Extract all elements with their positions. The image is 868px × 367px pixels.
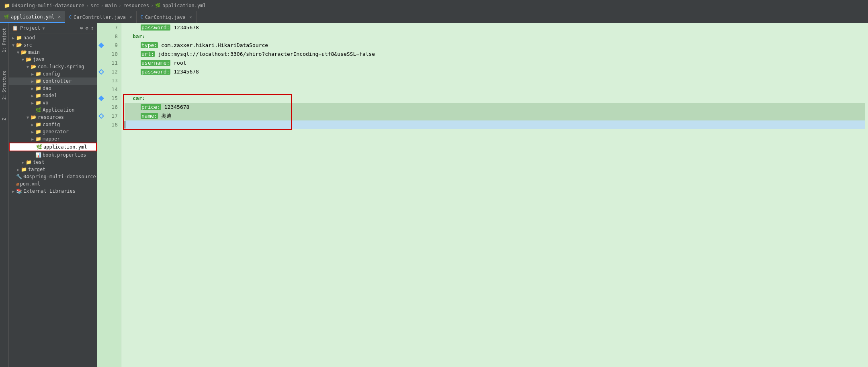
tree-item-config[interactable]: ▶ 📁 config (9, 70, 97, 77)
tree-label-external-libraries: External Libraries (23, 188, 76, 194)
tree-item-vo[interactable]: ▶ 📁 vo (9, 99, 97, 106)
editor-content[interactable]: 7 8 9 10 11 12 13 14 15 16 17 18 (97, 23, 868, 367)
folder-icon-generator: 📁 (35, 129, 41, 135)
code-area[interactable]: password: 12345678 bar: (121, 23, 868, 367)
tab-car-controller[interactable]: C CarController.java ✕ (65, 11, 137, 23)
yaml-key-username: username: (141, 60, 170, 66)
tree-item-main[interactable]: ▼ 📂 main (9, 49, 97, 56)
tab-car-config[interactable]: C CarConfig.java ✕ (137, 11, 197, 23)
linenum-11: 11 (108, 59, 118, 67)
tab-car-config-label: CarConfig.java (145, 14, 186, 20)
tree-item-generator[interactable]: ▶ 📁 generator (9, 128, 97, 135)
line-numbers: 7 8 9 10 11 12 13 14 15 16 17 18 (105, 23, 121, 367)
tree-item-iml[interactable]: 🔧 04spring-multi-datasource.iml (9, 173, 97, 180)
tree-item-test[interactable]: ▶ 📁 test (9, 159, 97, 166)
folder-icon-mapper: 📁 (35, 136, 41, 142)
tree-item-src[interactable]: ▼ 📂 src (9, 41, 97, 49)
tree-item-resources[interactable]: ▼ 📂 resources (9, 114, 97, 121)
left-tab-structure[interactable]: 2: Structure (1, 68, 7, 102)
tab-car-controller-close[interactable]: ✕ (129, 14, 132, 20)
code-line-16: price: 12345678 (125, 103, 865, 112)
folder-icon-src: 📂 (16, 42, 22, 48)
gutter-12[interactable] (97, 67, 105, 76)
gutter-17[interactable] (97, 112, 105, 120)
tree-label-dao: dao (43, 86, 51, 91)
linenum-7: 7 (108, 23, 118, 32)
bc-project[interactable]: 04spring-multi-datasource (12, 3, 84, 8)
tree-item-application-yml[interactable]: ▶ 🌿 application.yml (9, 143, 97, 151)
arrow-java: ▼ (20, 57, 26, 62)
gutter-16 (97, 103, 105, 112)
tree-item-external-libraries[interactable]: ▶ 📚 External Libraries (9, 188, 97, 195)
yaml-key-type: type: (141, 42, 158, 48)
yaml-key-price: price: (141, 104, 161, 110)
tree-item-dao[interactable]: ▶ 📁 dao (9, 85, 97, 92)
yaml-val-url: jdbc:mysql://localhost:3306/shiro?charac… (158, 51, 375, 57)
bc-src[interactable]: src (90, 3, 99, 8)
folder-icon-naod: 📁 (16, 35, 22, 41)
tree-label-java: java (33, 57, 45, 62)
folder-icon-res-config: 📁 (35, 122, 41, 127)
tab-bar: 🌿 application.yml ✕ C CarController.java… (0, 11, 868, 23)
code-line-18[interactable] (125, 120, 865, 129)
sidebar-icon: 📋 (12, 25, 18, 31)
left-tab-project[interactable]: 1: Project (1, 26, 7, 55)
tab-application-yml[interactable]: 🌿 application.yml ✕ (0, 11, 65, 23)
sidebar-dropdown-icon[interactable]: ▼ (43, 26, 45, 31)
tree-item-book-properties[interactable]: ▶ 📊 book.properties (9, 151, 97, 159)
code-line-12: password: 12345678 (125, 67, 865, 76)
cursor (125, 121, 133, 128)
sidebar-sort-icon[interactable]: ↕ (91, 25, 94, 31)
tab-car-config-close[interactable]: ✕ (189, 14, 192, 20)
tree-label-application-yml: application.yml (43, 144, 87, 150)
linenum-10: 10 (108, 50, 118, 59)
bookmark-diamond-15 (98, 96, 104, 101)
project-sidebar: 📋 Project ▼ ⊕ ⚙ ↕ ▶ 📁 naod (9, 23, 97, 367)
yaml-val-type: com.zaxxer.hikari.HikariDataSource (161, 42, 268, 48)
arrow-generator: ▶ (30, 130, 35, 134)
arrow-main: ▼ (15, 50, 21, 55)
folder-icon-controller: 📁 (35, 78, 41, 84)
gutter-15[interactable] (97, 94, 105, 103)
sidebar-locate-icon[interactable]: ⊕ (80, 25, 83, 31)
tree-item-application[interactable]: ▶ 🌿 Application (9, 106, 97, 114)
tree-item-mapper[interactable]: ▶ 📁 mapper (9, 135, 97, 143)
tree-item-pom-xml[interactable]: m pom.xml (9, 180, 97, 188)
tree-item-model[interactable]: ▶ 📁 model (9, 92, 97, 99)
tree-item-target[interactable]: ▶ 📁 target (9, 166, 97, 173)
yaml-key-car: car: (133, 95, 145, 101)
folder-icon-java: 📂 (26, 57, 32, 62)
tab-application-yml-close[interactable]: ✕ (58, 14, 61, 19)
yaml-icon-application-yml: 🌿 (36, 144, 42, 150)
gutter-9[interactable] (97, 41, 105, 50)
linenum-13: 13 (108, 76, 118, 85)
code-line-9: type: com.zaxxer.hikari.HikariDataSource (125, 41, 865, 50)
bc-resources[interactable]: resources (123, 3, 149, 8)
tab-yaml-icon: 🌿 (4, 14, 9, 19)
code-line-11: username: root (125, 59, 865, 67)
tree-item-naod[interactable]: ▶ 📁 naod (9, 34, 97, 41)
code-lines[interactable]: password: 12345678 bar: (121, 23, 868, 129)
arrow-com-lucky-spring: ▼ (25, 65, 31, 69)
tree-item-res-config[interactable]: ▶ 📁 config (9, 121, 97, 128)
tree-label-main: main (28, 49, 40, 55)
left-tab-z[interactable]: Z (1, 116, 7, 123)
tree-item-controller[interactable]: ▶ 📁 controller (9, 77, 97, 85)
linenum-12: 12 (108, 67, 118, 76)
tree-item-java[interactable]: ▼ 📂 java (9, 56, 97, 63)
bc-file[interactable]: application.yml (162, 3, 206, 8)
linenum-8: 8 (108, 32, 118, 41)
folder-icon-dao: 📁 (35, 86, 41, 91)
yaml-key-name: name: (141, 113, 158, 119)
tree-item-com-lucky-spring[interactable]: ▼ 📂 com.lucky.spring (9, 63, 97, 70)
arrow-config: ▶ (30, 72, 35, 76)
tab-car-controller-label: CarController.java (74, 14, 126, 20)
tree-label-controller: controller (43, 78, 72, 84)
sidebar-settings-icon[interactable]: ⚙ (86, 25, 88, 31)
tree-label-generator: generator (43, 129, 69, 135)
code-line-7: password: 12345678 (125, 23, 865, 32)
bc-main[interactable]: main (105, 3, 117, 8)
arrow-controller: ▶ (30, 79, 35, 84)
folder-icon-test: 📁 (26, 159, 32, 165)
arrow-mapper: ▶ (30, 137, 35, 141)
